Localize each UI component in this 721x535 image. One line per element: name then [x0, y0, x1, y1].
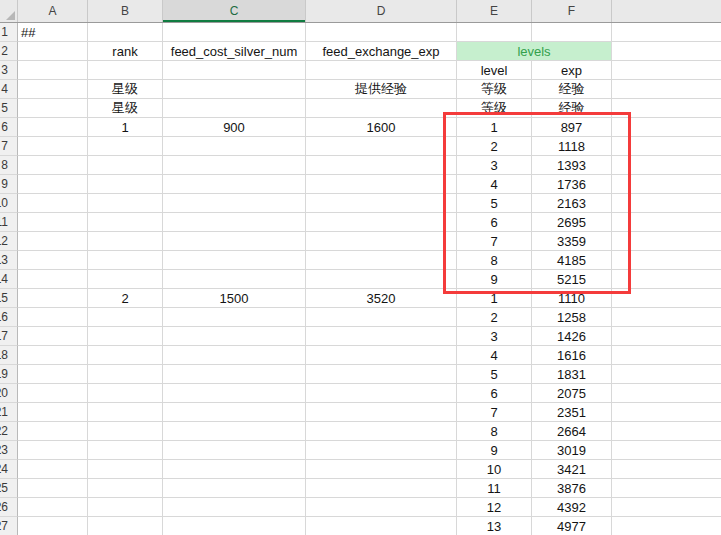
cell-A16[interactable] — [18, 308, 88, 327]
cell-B15[interactable]: 2 — [88, 289, 163, 308]
cell-F18[interactable]: 1616 — [532, 346, 612, 365]
cell-B7[interactable] — [88, 137, 163, 156]
cell-A17[interactable] — [18, 327, 88, 346]
cell-E26[interactable]: 12 — [457, 498, 532, 517]
cell-B5[interactable]: 星级 — [88, 99, 163, 118]
row-header-19[interactable]: 19 — [0, 365, 18, 384]
cell-A19[interactable] — [18, 365, 88, 384]
cell-D1[interactable] — [306, 23, 457, 42]
cell-E4[interactable]: 等级 — [457, 80, 532, 99]
cell-C6[interactable]: 900 — [163, 118, 306, 137]
cell-B26[interactable] — [88, 498, 163, 517]
cell-G11[interactable] — [612, 213, 721, 232]
cell-D5[interactable] — [306, 99, 457, 118]
row-header-22[interactable]: 22 — [0, 422, 18, 441]
cell-F14[interactable]: 5215 — [532, 270, 612, 289]
cell-E7[interactable]: 2 — [457, 137, 532, 156]
cell-A22[interactable] — [18, 422, 88, 441]
cell-C25[interactable] — [163, 479, 306, 498]
cell-A12[interactable] — [18, 232, 88, 251]
cell-B14[interactable] — [88, 270, 163, 289]
cell-G24[interactable] — [612, 460, 721, 479]
cell-G15[interactable] — [612, 289, 721, 308]
cell-G22[interactable] — [612, 422, 721, 441]
cell-C22[interactable] — [163, 422, 306, 441]
cell-G10[interactable] — [612, 194, 721, 213]
cell-D25[interactable] — [306, 479, 457, 498]
cell-C16[interactable] — [163, 308, 306, 327]
cell-C17[interactable] — [163, 327, 306, 346]
cell-F21[interactable]: 2351 — [532, 403, 612, 422]
row-header-25[interactable]: 25 — [0, 479, 18, 498]
cell-F19[interactable]: 1831 — [532, 365, 612, 384]
cell-G4[interactable] — [612, 80, 721, 99]
cell-D7[interactable] — [306, 137, 457, 156]
cell-D26[interactable] — [306, 498, 457, 517]
cell-B21[interactable] — [88, 403, 163, 422]
cell-C27[interactable] — [163, 517, 306, 535]
cell-A14[interactable] — [18, 270, 88, 289]
cell-F7[interactable]: 1118 — [532, 137, 612, 156]
cell-A15[interactable] — [18, 289, 88, 308]
cell-E20[interactable]: 6 — [457, 384, 532, 403]
cell-G12[interactable] — [612, 232, 721, 251]
cell-C13[interactable] — [163, 251, 306, 270]
cell-B4[interactable]: 星级 — [88, 80, 163, 99]
cell-B10[interactable] — [88, 194, 163, 213]
cell-B11[interactable] — [88, 213, 163, 232]
cell-B23[interactable] — [88, 441, 163, 460]
cell-G2[interactable] — [612, 42, 721, 61]
cell-C14[interactable] — [163, 270, 306, 289]
cell-C1[interactable] — [163, 23, 306, 42]
column-header-G-partial[interactable] — [612, 0, 721, 22]
cell-F10[interactable]: 2163 — [532, 194, 612, 213]
row-header-26[interactable]: 26 — [0, 498, 18, 517]
cell-D23[interactable] — [306, 441, 457, 460]
cell-G20[interactable] — [612, 384, 721, 403]
cell-G8[interactable] — [612, 156, 721, 175]
cell-D27[interactable] — [306, 517, 457, 535]
cell-C18[interactable] — [163, 346, 306, 365]
cell-G3[interactable] — [612, 61, 721, 80]
cell-E22[interactable]: 8 — [457, 422, 532, 441]
cell-A20[interactable] — [18, 384, 88, 403]
row-header-12[interactable]: 12 — [0, 232, 18, 251]
cell-B27[interactable] — [88, 517, 163, 535]
cell-D16[interactable] — [306, 308, 457, 327]
cell-A1[interactable]: ## — [18, 23, 88, 42]
cell-C11[interactable] — [163, 213, 306, 232]
column-header-A[interactable]: A — [18, 0, 88, 22]
cell-G21[interactable] — [612, 403, 721, 422]
select-all-corner[interactable] — [0, 0, 18, 22]
cell-G13[interactable] — [612, 251, 721, 270]
cell-E21[interactable]: 7 — [457, 403, 532, 422]
cell-C19[interactable] — [163, 365, 306, 384]
cell-E12[interactable]: 7 — [457, 232, 532, 251]
cell-B12[interactable] — [88, 232, 163, 251]
cell-C12[interactable] — [163, 232, 306, 251]
cell-F16[interactable]: 1258 — [532, 308, 612, 327]
row-header-16[interactable]: 16 — [0, 308, 18, 327]
column-header-E[interactable]: E — [457, 0, 532, 22]
cell-E2-F2-merged-levels[interactable]: levels — [457, 42, 612, 61]
cell-G23[interactable] — [612, 441, 721, 460]
cell-B1[interactable] — [88, 23, 163, 42]
cell-D18[interactable] — [306, 346, 457, 365]
row-header-4[interactable]: 4 — [0, 80, 18, 99]
cell-A13[interactable] — [18, 251, 88, 270]
row-header-23[interactable]: 23 — [0, 441, 18, 460]
row-header-17[interactable]: 17 — [0, 327, 18, 346]
row-header-27[interactable]: 27 — [0, 517, 18, 535]
cell-D9[interactable] — [306, 175, 457, 194]
cell-F4[interactable]: 经验 — [532, 80, 612, 99]
cell-D24[interactable] — [306, 460, 457, 479]
cell-D22[interactable] — [306, 422, 457, 441]
cell-F20[interactable]: 2075 — [532, 384, 612, 403]
cell-D8[interactable] — [306, 156, 457, 175]
cell-C2[interactable]: feed_cost_silver_num — [163, 42, 306, 61]
cell-A8[interactable] — [18, 156, 88, 175]
cell-F22[interactable]: 2664 — [532, 422, 612, 441]
cell-B9[interactable] — [88, 175, 163, 194]
row-header-2[interactable]: 2 — [0, 42, 18, 61]
cell-B2[interactable]: rank — [88, 42, 163, 61]
